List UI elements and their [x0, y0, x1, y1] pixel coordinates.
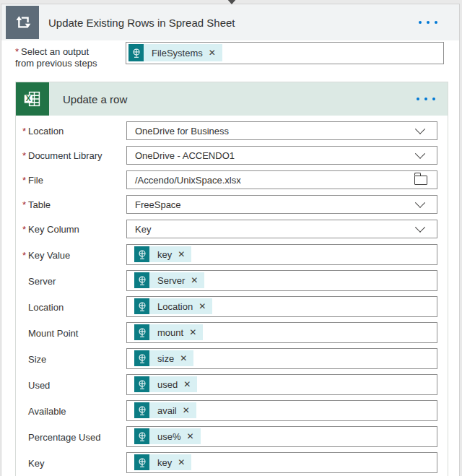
field-row-percentage-used: Percentage Used use% ✕ — [16, 426, 448, 447]
used-input[interactable]: used ✕ — [126, 374, 437, 395]
dynamic-content-icon — [134, 376, 149, 392]
remove-token-icon[interactable]: ✕ — [183, 380, 191, 389]
dynamic-content-icon — [134, 324, 149, 340]
required-marker: * — [22, 150, 26, 161]
field-row-file: *File /Accendo/UnixSpace.xlsx — [16, 170, 448, 189]
server-input[interactable]: Server ✕ — [126, 270, 437, 291]
ellipsis-icon — [417, 98, 419, 100]
field-row-mount-point: Mount Point mount ✕ — [16, 322, 448, 343]
remove-token-icon[interactable]: ✕ — [209, 48, 216, 57]
token-label: key — [157, 249, 172, 260]
dynamic-token-mount[interactable]: mount ✕ — [134, 324, 203, 340]
required-marker: * — [15, 46, 19, 57]
token-label: size — [157, 353, 174, 364]
action-title: Update Existing Rows in Spread Sheet — [48, 17, 235, 29]
output-field-label: *Select an output from previous steps — [15, 46, 97, 69]
chevron-down-icon — [415, 222, 425, 233]
remove-token-icon[interactable]: ✕ — [178, 458, 185, 467]
svg-text:X: X — [26, 94, 31, 103]
dynamic-token-use-percent[interactable]: use% ✕ — [134, 428, 201, 444]
connector-arrow-icon — [227, 0, 237, 4]
field-row-document-library: *Document Library OneDrive - ACCENDO1 — [16, 146, 448, 165]
key-column-dropdown[interactable]: Key — [126, 220, 437, 238]
field-row-table: *Table FreeSpace — [16, 195, 448, 214]
chevron-down-icon — [415, 124, 425, 134]
document-library-dropdown[interactable]: OneDrive - ACCENDO1 — [126, 146, 437, 165]
remove-token-icon[interactable]: ✕ — [187, 432, 194, 441]
token-label: key — [157, 457, 172, 468]
file-input[interactable]: /Accendo/UnixSpace.xlsx — [126, 170, 437, 189]
field-row-location: *Location OneDrive for Business — [16, 121, 448, 140]
location-input[interactable]: Location ✕ — [126, 296, 437, 317]
size-input[interactable]: size ✕ — [126, 348, 437, 369]
token-label: used — [157, 379, 178, 390]
field-row-key-column: *Key Column Key — [16, 220, 448, 238]
dynamic-token-filesystems[interactable]: FileSystems ✕ — [128, 44, 222, 61]
field-row-available: Available avail ✕ — [16, 400, 448, 421]
token-label: use% — [157, 431, 181, 442]
ellipsis-icon — [419, 21, 422, 24]
remove-token-icon[interactable]: ✕ — [183, 406, 190, 415]
remove-token-icon[interactable]: ✕ — [199, 302, 206, 311]
excel-icon: X — [16, 82, 49, 116]
token-label: avail — [157, 405, 177, 416]
field-row-key-value: *Key Value key ✕ — [16, 244, 448, 265]
update-a-row-header[interactable]: X Update a row — [16, 82, 448, 116]
token-label: mount — [157, 327, 183, 338]
required-marker: * — [22, 224, 26, 235]
token-label: Location — [157, 301, 193, 312]
required-marker: * — [22, 126, 26, 137]
chevron-down-icon — [415, 149, 425, 159]
chevron-down-icon — [415, 198, 425, 208]
key-input[interactable]: key ✕ — [126, 452, 437, 473]
excel-form: *Location OneDrive for Business *Documen… — [16, 116, 448, 476]
percentage-used-input[interactable]: use% ✕ — [126, 426, 437, 447]
output-input[interactable]: FileSystems ✕ — [126, 42, 444, 64]
action-menu-button[interactable] — [416, 18, 440, 27]
location-dropdown[interactable]: OneDrive for Business — [126, 121, 437, 140]
dynamic-token-size[interactable]: size ✕ — [134, 350, 193, 366]
dynamic-content-icon — [134, 428, 149, 444]
remove-token-icon[interactable]: ✕ — [178, 250, 185, 259]
dynamic-content-icon — [134, 246, 149, 262]
update-a-row-card: X Update a row *Location OneDrive for Bu… — [15, 82, 448, 476]
dynamic-token-server[interactable]: Server ✕ — [134, 272, 204, 288]
field-row-used: Used used ✕ — [16, 374, 448, 395]
required-marker: * — [22, 249, 26, 260]
token-label: FileSystems — [152, 48, 203, 59]
dynamic-token-key[interactable]: key ✕ — [134, 246, 191, 262]
field-row-key: Key key ✕ — [16, 452, 448, 473]
token-label: Server — [157, 275, 185, 286]
field-row-server: Server Server ✕ — [16, 270, 448, 291]
dynamic-content-icon — [134, 454, 149, 470]
dynamic-content-icon — [134, 402, 149, 418]
apply-to-each-header[interactable]: Update Existing Rows in Spread Sheet — [1, 4, 459, 40]
dynamic-content-icon — [128, 44, 144, 61]
remove-token-icon[interactable]: ✕ — [180, 354, 187, 363]
folder-icon[interactable] — [414, 176, 427, 185]
loop-icon — [6, 6, 39, 39]
action-title: Update a row — [63, 93, 127, 105]
field-row-size: Size size ✕ — [16, 348, 448, 369]
remove-token-icon[interactable]: ✕ — [191, 276, 198, 285]
field-row-location2: Location Location ✕ — [16, 296, 448, 317]
mount-point-input[interactable]: mount ✕ — [126, 322, 437, 343]
dynamic-token-location[interactable]: Location ✕ — [134, 298, 212, 314]
required-marker: * — [22, 175, 26, 186]
remove-token-icon[interactable]: ✕ — [189, 328, 196, 337]
dynamic-token-used[interactable]: used ✕ — [134, 376, 197, 392]
dynamic-content-icon — [134, 298, 149, 314]
dynamic-content-icon — [134, 350, 149, 366]
table-dropdown[interactable]: FreeSpace — [126, 195, 437, 214]
available-input[interactable]: avail ✕ — [126, 400, 437, 421]
dynamic-token-key2[interactable]: key ✕ — [134, 454, 191, 470]
action-menu-button[interactable] — [414, 95, 438, 103]
dynamic-content-icon — [134, 272, 149, 288]
required-marker: * — [22, 199, 26, 210]
key-value-input[interactable]: key ✕ — [126, 244, 437, 265]
apply-to-each-card: Update Existing Rows in Spread Sheet *Se… — [1, 4, 460, 476]
dynamic-token-avail[interactable]: avail ✕ — [134, 402, 196, 418]
